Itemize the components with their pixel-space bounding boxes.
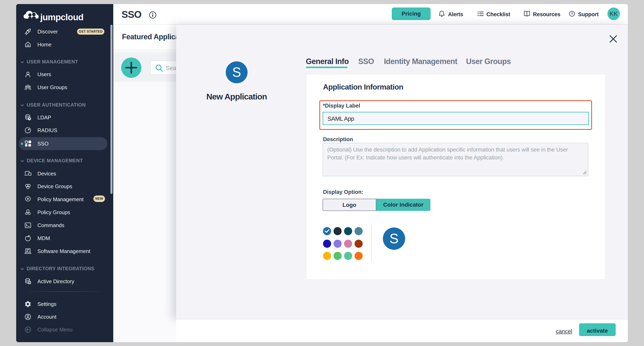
svg-text:?: ? <box>571 12 573 16</box>
